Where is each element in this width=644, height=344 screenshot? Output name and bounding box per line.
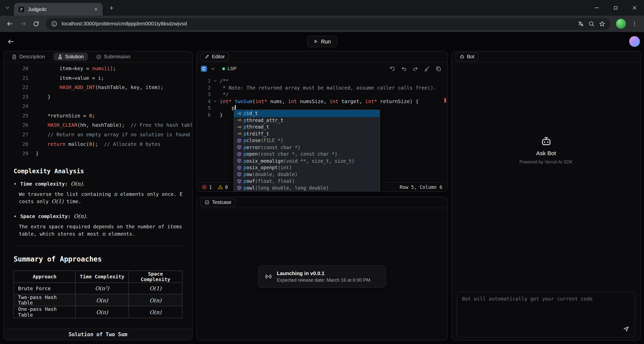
suggestion-pthread_attr_t[interactable]: pthread_attr_t: [234, 117, 380, 123]
editor-actions: [387, 64, 443, 73]
bot-message-input[interactable]: [457, 292, 635, 325]
line-number: 4: [197, 98, 211, 105]
suggestion-pthread_t[interactable]: pthread_t: [234, 123, 380, 130]
url-text: localhost:3000/problems/cm8pjqdem0001ty8…: [62, 21, 573, 27]
format-code-button[interactable]: [422, 64, 432, 73]
warning-count[interactable]: 0: [218, 184, 228, 190]
tab-description[interactable]: Description: [7, 53, 49, 61]
maximize-icon: [613, 5, 619, 11]
redo-icon: [412, 65, 418, 71]
fold-chevron-icon[interactable]: [211, 78, 220, 84]
send-button[interactable]: [621, 324, 631, 334]
code-line-21: 21 item→value = i;: [4, 73, 192, 83]
lsp-status-dot: [222, 67, 225, 70]
language-icon: C: [201, 65, 207, 71]
complexity-heading: Complexity Analysis: [14, 167, 182, 175]
line-number: 23: [4, 92, 28, 102]
suggestion-pid_t[interactable]: pid_t: [234, 110, 380, 117]
language-select-chevron[interactable]: [210, 66, 216, 71]
suggestion-pclose[interactable]: pclose(FILE *): [234, 137, 380, 144]
bot-icon: [540, 136, 552, 147]
solution-code-block: 20 item→key = nums[i];21 item→value = i;…: [4, 62, 192, 158]
function-kind-icon: [236, 144, 242, 151]
suggestion-powf[interactable]: powf(float, float): [234, 178, 380, 185]
editor-toolbar: C LSP: [197, 62, 447, 75]
rotate-ccw-icon: [389, 65, 395, 71]
browser-tab[interactable]: Judge4c: [14, 3, 103, 16]
code-line-23: 23 }: [4, 92, 192, 102]
code-line-3[interactable]: 3 */: [197, 91, 447, 98]
table-row: Brute ForceO(n²)O(1): [14, 283, 182, 294]
testcase-header: Testcase: [197, 197, 447, 208]
reset-code-button[interactable]: [387, 64, 397, 73]
undo-icon: [401, 65, 407, 71]
testcase-panel: Testcase Launching in v0.0.1 Expected re…: [196, 197, 448, 340]
tab-solution[interactable]: Solution: [53, 53, 88, 61]
bookmark-star-icon[interactable]: [599, 21, 605, 27]
error-overview-mark: [445, 98, 446, 103]
suggestion-perror[interactable]: perror(const char *): [234, 144, 380, 151]
suggestion-powl[interactable]: powl(long double, long double): [234, 185, 380, 191]
toast-title: Launching in v0.0.1: [277, 271, 372, 276]
copy-icon: [435, 65, 441, 71]
window-maximize-button[interactable]: [606, 0, 625, 16]
arrow-left-icon: [7, 38, 14, 45]
undo-button[interactable]: [399, 64, 409, 73]
flask-icon: [57, 54, 63, 59]
window-close-button[interactable]: [625, 0, 644, 16]
error-icon: [202, 184, 207, 190]
suggestion-posix_openpt[interactable]: posix_openpt(int): [234, 164, 380, 171]
pencil-icon: [205, 54, 210, 59]
browser-reload-button[interactable]: [30, 18, 42, 30]
code-line-2[interactable]: 2 * Note: The returned array must be mal…: [197, 84, 447, 91]
address-bar[interactable]: localhost:3000/problems/cm8pjqdem0001ty8…: [46, 18, 610, 30]
fold-spacer: [211, 91, 220, 98]
user-avatar[interactable]: [629, 36, 640, 47]
panel-footer: Solution of Two Sum: [4, 328, 192, 340]
code-line-4[interactable]: 4int* twoSum(int* nums, int numsSize, in…: [197, 98, 447, 105]
table-row: Two-pass Hash TableO(n)O(n): [14, 294, 182, 306]
bot-icon: [460, 54, 465, 59]
browser-forward-button[interactable]: [17, 18, 29, 30]
suggestion-pow[interactable]: pow(double, double): [234, 171, 380, 178]
suggestion-popen[interactable]: popen(const char *, const char *): [234, 151, 380, 157]
line-number: 2: [197, 84, 211, 91]
fold-chevron-icon[interactable]: [211, 98, 220, 105]
window-minimize-button[interactable]: [587, 0, 606, 16]
error-count[interactable]: 1: [202, 184, 212, 190]
code-line-22: 22 HASH_ADD_INT(hashTable, key, item);: [4, 83, 192, 93]
translate-icon[interactable]: [578, 21, 584, 27]
code-line-1[interactable]: 1/**: [197, 78, 447, 84]
browser-profile-avatar[interactable]: [616, 19, 626, 29]
redo-button[interactable]: [410, 64, 420, 73]
bot-title: Ask Bot: [536, 150, 556, 156]
browser-menu-button[interactable]: [629, 18, 640, 29]
search-lens-icon[interactable]: [588, 21, 595, 27]
function-kind-icon: [236, 158, 242, 164]
suggestion-posix_memalign[interactable]: posix_memalign(void **, size_t, size_t): [234, 157, 380, 164]
function-kind-icon: [236, 137, 242, 144]
code-line-27: 27 // Return an empty array if no soluti…: [4, 130, 192, 140]
launch-toast: Launching in v0.0.1 Expected release dat…: [258, 265, 386, 288]
app-back-button[interactable]: [5, 36, 17, 47]
fold-spacer: [211, 111, 220, 118]
close-icon: [93, 7, 98, 12]
line-number: 3: [197, 91, 211, 98]
brush-icon: [424, 65, 430, 71]
toast-subtitle: Expected release date: March 16 at 6:00 …: [277, 278, 372, 283]
run-button[interactable]: Run: [307, 36, 337, 47]
copy-code-button[interactable]: [433, 64, 443, 73]
site-info-icon[interactable]: [51, 21, 57, 27]
tab-close-button[interactable]: [92, 6, 99, 13]
tab-search-button[interactable]: [3, 3, 12, 13]
tab-submission[interactable]: Submission: [92, 53, 134, 61]
suggestion-ptrdiff_t[interactable]: ptrdiff_t: [234, 130, 380, 137]
browser-back-button[interactable]: [4, 18, 16, 30]
minimize-icon: [594, 5, 600, 11]
line-number: 26: [4, 121, 28, 130]
complexity-list: •Time complexity: O(n).We traverse the l…: [14, 181, 182, 238]
tab-title: Judge4c: [28, 6, 89, 12]
line-number: 27: [4, 130, 28, 140]
broadcast-icon: [265, 273, 272, 280]
new-tab-button[interactable]: [106, 3, 116, 13]
